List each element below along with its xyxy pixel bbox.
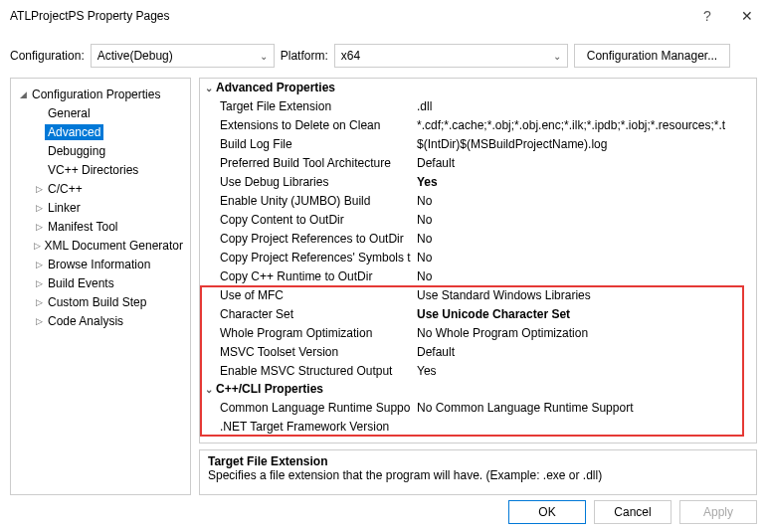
tree-root[interactable]: ◢ Configuration Properties <box>15 85 186 103</box>
property-name: .NET Target Framework Version <box>200 420 411 434</box>
tree-item[interactable]: Debugging <box>15 141 186 160</box>
platform-value: x64 <box>341 49 360 63</box>
description-title: Target File Extension <box>208 454 748 468</box>
nav-tree[interactable]: ◢ Configuration Properties GeneralAdvanc… <box>10 78 191 495</box>
tree-item[interactable]: VC++ Directories <box>15 160 186 179</box>
chevron-down-icon: ⌄ <box>553 51 561 62</box>
property-value[interactable]: Yes <box>411 175 756 189</box>
property-value[interactable]: No <box>411 269 756 283</box>
property-row[interactable]: Target File Extension.dll <box>200 96 756 115</box>
property-row[interactable]: Copy Content to OutDirNo <box>200 210 756 229</box>
property-row[interactable]: Preferred Build Tool ArchitectureDefault <box>200 153 756 172</box>
property-value[interactable]: $(IntDir)$(MSBuildProjectName).log <box>411 137 756 151</box>
tree-item[interactable]: ▷Manifest Tool <box>15 217 186 236</box>
tree-item-label: Browse Information <box>45 257 153 272</box>
section-cli[interactable]: ⌄ C++/CLI Properties <box>200 380 756 398</box>
property-value[interactable]: No <box>411 194 756 208</box>
property-value[interactable]: Default <box>411 156 756 170</box>
property-row[interactable]: Whole Program OptimizationNo Whole Progr… <box>200 323 756 342</box>
property-value[interactable]: Yes <box>411 364 756 378</box>
property-row[interactable]: Enable Unity (JUMBO) BuildNo <box>200 191 756 210</box>
description-panel: Target File Extension Specifies a file e… <box>199 449 757 495</box>
tree-item[interactable]: ▷Custom Build Step <box>15 292 186 311</box>
expand-icon[interactable]: ▷ <box>33 222 45 232</box>
tree-item[interactable]: ▷XML Document Generator <box>15 236 186 255</box>
property-value[interactable]: No <box>411 213 756 227</box>
property-value[interactable]: *.cdf;*.cache;*.obj;*.obj.enc;*.ilk;*.ip… <box>411 118 756 132</box>
tree-item[interactable]: ▷C/C++ <box>15 179 186 198</box>
title-bar: ATLProjectPS Property Pages ? ✕ <box>0 0 767 32</box>
tree-item[interactable]: ▷Linker <box>15 198 186 217</box>
tree-item-label: XML Document Generator <box>41 238 186 254</box>
property-row[interactable]: Copy Project References to OutDirNo <box>200 229 756 248</box>
tree-item-label: Code Analysis <box>45 313 126 329</box>
property-value[interactable]: Use Standard Windows Libraries <box>411 288 756 302</box>
tree-item-label: C/C++ <box>45 181 86 197</box>
property-name: Extensions to Delete on Clean <box>200 118 411 132</box>
config-row: Configuration: Active(Debug) ⌄ Platform:… <box>0 32 767 78</box>
property-row[interactable]: Enable MSVC Structured OutputYes <box>200 361 756 380</box>
property-value[interactable]: No Whole Program Optimization <box>411 326 756 340</box>
property-row[interactable]: Use Debug LibrariesYes <box>200 172 756 191</box>
property-value[interactable]: Default <box>411 345 756 359</box>
tree-item-label: Linker <box>45 200 84 216</box>
collapse-icon[interactable]: ⌄ <box>202 83 216 93</box>
property-row[interactable]: Build Log File$(IntDir)$(MSBuildProjectN… <box>200 134 756 153</box>
property-name: Target File Extension <box>200 99 411 113</box>
configuration-label: Configuration: <box>10 49 85 63</box>
tree-item[interactable]: ▷Build Events <box>15 273 186 292</box>
expand-icon[interactable]: ▷ <box>33 260 45 269</box>
platform-combo[interactable]: x64 ⌄ <box>334 44 568 68</box>
tree-item-label: Manifest Tool <box>45 219 120 235</box>
tree-item-label: Advanced <box>45 124 103 140</box>
tree-item[interactable]: Advanced <box>15 122 186 141</box>
property-name: Use Debug Libraries <box>200 175 411 189</box>
expand-icon[interactable]: ▷ <box>33 316 45 326</box>
expand-icon[interactable]: ▷ <box>33 297 45 307</box>
tree-item-label: Custom Build Step <box>45 294 149 310</box>
property-grid[interactable]: ⌄ Advanced Properties Target File Extens… <box>199 78 757 443</box>
property-name: Copy Project References to OutDir <box>200 232 411 246</box>
property-value[interactable]: No <box>411 251 756 265</box>
tree-item[interactable]: ▷Code Analysis <box>15 311 186 330</box>
property-name: Copy Content to OutDir <box>200 213 411 227</box>
property-value[interactable]: Use Unicode Character Set <box>411 307 756 321</box>
collapse-icon[interactable]: ⌄ <box>202 384 216 395</box>
property-name: Preferred Build Tool Architecture <box>200 156 411 170</box>
property-name: Common Language Runtime Support <box>200 401 411 415</box>
property-value[interactable]: No Common Language Runtime Support <box>411 401 756 415</box>
tree-item-label: VC++ Directories <box>45 162 141 178</box>
window-title: ATLProjectPS Property Pages <box>10 9 687 23</box>
cancel-button[interactable]: Cancel <box>594 500 671 524</box>
property-row[interactable]: Character SetUse Unicode Character Set <box>200 304 756 323</box>
chevron-down-icon: ⌄ <box>260 51 268 62</box>
property-row[interactable]: Use of MFCUse Standard Windows Libraries <box>200 285 756 304</box>
ok-button[interactable]: OK <box>508 500 586 524</box>
property-row[interactable]: Extensions to Delete on Clean*.cdf;*.cac… <box>200 115 756 134</box>
tree-item[interactable]: ▷Browse Information <box>15 255 186 273</box>
configuration-manager-button[interactable]: Configuration Manager... <box>574 44 730 68</box>
property-row[interactable]: .NET Target Framework Version <box>200 417 756 436</box>
property-row[interactable]: Copy Project References' Symbols to OutD… <box>200 248 756 266</box>
configuration-combo[interactable]: Active(Debug) ⌄ <box>91 44 275 68</box>
expand-icon[interactable]: ▷ <box>33 241 41 251</box>
close-icon[interactable]: ✕ <box>727 8 767 24</box>
expand-icon[interactable]: ▷ <box>33 184 45 194</box>
expand-icon[interactable]: ▷ <box>33 203 45 213</box>
section-advanced[interactable]: ⌄ Advanced Properties <box>200 79 756 96</box>
property-row[interactable]: Copy C++ Runtime to OutDirNo <box>200 266 756 285</box>
collapse-icon[interactable]: ◢ <box>17 89 29 99</box>
description-text: Specifies a file extension that the prog… <box>208 468 748 482</box>
tree-item-label: General <box>45 105 94 121</box>
property-row[interactable]: MSVC Toolset VersionDefault <box>200 342 756 361</box>
property-name: Use of MFC <box>200 288 411 302</box>
property-name: Enable MSVC Structured Output <box>200 364 411 378</box>
tree-item-label: Debugging <box>45 143 108 159</box>
property-row[interactable]: Common Language Runtime SupportNo Common… <box>200 398 756 417</box>
tree-item-label: Build Events <box>45 275 117 291</box>
property-value[interactable]: .dll <box>411 99 756 113</box>
expand-icon[interactable]: ▷ <box>33 278 45 288</box>
tree-item[interactable]: General <box>15 103 186 122</box>
help-icon[interactable]: ? <box>687 8 727 24</box>
property-value[interactable]: No <box>411 232 756 246</box>
